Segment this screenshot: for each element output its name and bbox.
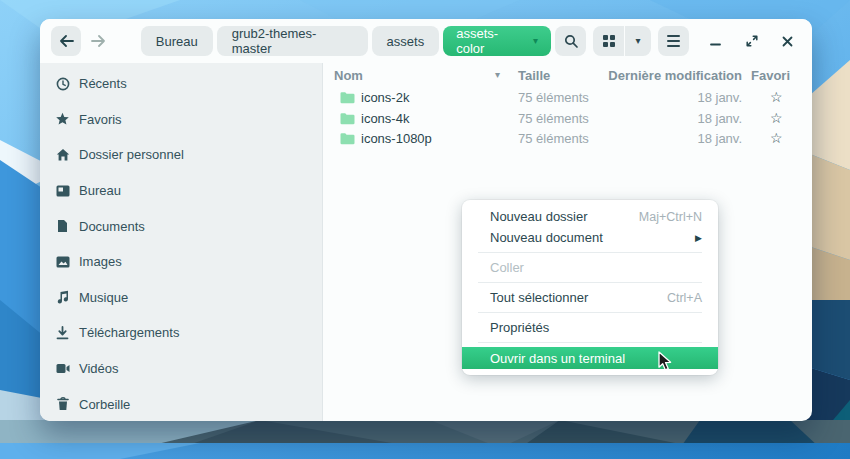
- file-rows: icons-2k 75 éléments 18 janv. ☆ icons-4k…: [323, 88, 812, 150]
- view-options-dropdown-button[interactable]: ▾: [625, 26, 651, 56]
- menu-item-ouvrir-dans-un-terminal[interactable]: Ouvrir dans un terminal: [462, 347, 718, 369]
- file-modified-date: 18 janv.: [697, 90, 742, 105]
- sidebar-item-label: Corbeille: [79, 397, 130, 412]
- menu-separator: [478, 282, 702, 283]
- forward-button[interactable]: [85, 26, 111, 56]
- sidebar-item-label: Dossier personnel: [79, 147, 184, 162]
- table-row-icons-1080p[interactable]: icons-1080p 75 éléments 18 janv. ☆: [323, 129, 812, 150]
- breadcrumb-grub2-themes-master[interactable]: grub2-themes-master: [217, 26, 368, 56]
- sidebar-item-images[interactable]: Images: [40, 244, 322, 280]
- file-size: 75 éléments: [518, 111, 589, 126]
- sidebar-item-dossier-personnel[interactable]: Dossier personnel: [40, 137, 322, 173]
- favorite-star-icon[interactable]: ☆: [770, 89, 783, 105]
- menu-item-coller[interactable]: Coller: [462, 257, 718, 278]
- sidebar-item-label: Musique: [79, 290, 128, 305]
- sidebar-item-label: Téléchargements: [79, 325, 179, 340]
- sidebar-item-musique[interactable]: Musique: [40, 280, 322, 316]
- context-menu: Nouveau dossier Maj+Ctrl+N Nouveau docum…: [462, 200, 718, 375]
- menu-separator: [478, 342, 702, 343]
- maximize-button[interactable]: [738, 26, 765, 56]
- breadcrumb-bureau[interactable]: Bureau: [141, 26, 213, 56]
- table-row-icons-4k[interactable]: icons-4k 75 éléments 18 janv. ☆: [323, 109, 812, 130]
- sidebar-item-label: Bureau: [79, 183, 121, 198]
- clock-icon: [55, 76, 70, 91]
- search-button[interactable]: [555, 26, 586, 56]
- document-icon: [55, 219, 70, 234]
- hamburger-icon: [667, 35, 680, 47]
- menu-item-shortcut: Ctrl+A: [667, 291, 702, 305]
- folder-icon: [340, 132, 355, 148]
- toolbar: Bureau grub2-themes-master assets assets…: [40, 19, 812, 63]
- image-icon: [55, 254, 70, 269]
- menu-button[interactable]: [658, 26, 689, 56]
- sidebar-item-documents[interactable]: Documents: [40, 208, 322, 244]
- menu-item-nouveau-document[interactable]: Nouveau document ▶: [462, 227, 718, 248]
- menu-item-nouveau-dossier[interactable]: Nouveau dossier Maj+Ctrl+N: [462, 206, 718, 227]
- menu-separator: [478, 252, 702, 253]
- sidebar-item-recents[interactable]: Récents: [40, 66, 322, 102]
- chevron-down-icon: ▾: [533, 36, 538, 46]
- sidebar-item-label: Vidéos: [79, 361, 119, 376]
- sort-indicator-icon: ▾: [495, 69, 500, 80]
- table-row-icons-2k[interactable]: icons-2k 75 éléments 18 janv. ☆: [323, 88, 812, 109]
- breadcrumb-current-assets-color[interactable]: assets-color ▾: [443, 26, 551, 56]
- window-controls: [702, 26, 801, 56]
- file-name: icons-4k: [361, 111, 409, 126]
- music-icon: [55, 290, 70, 305]
- toolbar-right-cluster: ▾: [555, 26, 801, 56]
- sidebar: Récents Favoris Dossier personnel: [40, 63, 323, 421]
- close-icon: [782, 36, 793, 47]
- breadcrumb-current-label: assets-color: [456, 26, 524, 56]
- menu-item-label: Nouveau dossier: [490, 209, 588, 224]
- menu-item-label: Propriétés: [490, 320, 549, 335]
- menu-item-label: Nouveau document: [490, 230, 603, 245]
- grid-view-button[interactable]: [593, 26, 624, 56]
- chevron-down-icon: ▾: [635, 36, 640, 46]
- file-size: 75 éléments: [518, 131, 589, 146]
- menu-item-label: Coller: [490, 260, 524, 275]
- minimize-icon: [710, 36, 721, 47]
- sidebar-item-label: Images: [79, 254, 122, 269]
- column-header-name[interactable]: Nom: [334, 68, 363, 83]
- column-header-favorite[interactable]: Favori: [751, 68, 790, 83]
- file-modified-date: 18 janv.: [697, 111, 742, 126]
- sidebar-item-videos[interactable]: Vidéos: [40, 351, 322, 387]
- breadcrumb-assets[interactable]: assets: [372, 26, 440, 56]
- minimize-button[interactable]: [702, 26, 729, 56]
- view-mode-split-button: ▾: [593, 26, 651, 56]
- back-arrow-icon: [59, 35, 74, 47]
- sidebar-item-bureau[interactable]: Bureau: [40, 173, 322, 209]
- sidebar-item-telechargements[interactable]: Téléchargements: [40, 315, 322, 351]
- mouse-cursor: [658, 351, 673, 372]
- sidebar-item-label: Favoris: [79, 112, 122, 127]
- back-button[interactable]: [51, 26, 81, 56]
- folder-icon: [340, 91, 355, 107]
- close-button[interactable]: [774, 26, 801, 56]
- star-icon: [55, 112, 70, 127]
- favorite-star-icon[interactable]: ☆: [770, 110, 783, 126]
- file-name: icons-2k: [361, 90, 409, 105]
- menu-item-label: Tout sélectionner: [490, 290, 588, 305]
- menu-item-tout-selectionner[interactable]: Tout sélectionner Ctrl+A: [462, 287, 718, 308]
- file-name: icons-1080p: [361, 131, 432, 146]
- grid-view-icon: [603, 35, 615, 47]
- menu-item-label: Ouvrir dans un terminal: [490, 351, 625, 366]
- sidebar-item-label: Documents: [79, 219, 145, 234]
- menu-item-proprietes[interactable]: Propriétés: [462, 317, 718, 338]
- column-header-size[interactable]: Taille: [518, 68, 550, 83]
- desktop: Bureau grub2-themes-master assets assets…: [0, 0, 850, 459]
- submenu-arrow-icon: ▶: [695, 233, 702, 243]
- favorite-star-icon[interactable]: ☆: [770, 130, 783, 146]
- sidebar-item-favoris[interactable]: Favoris: [40, 102, 322, 138]
- search-icon: [564, 34, 578, 48]
- menu-separator: [478, 312, 702, 313]
- trash-icon: [55, 397, 70, 412]
- sidebar-item-corbeille[interactable]: Corbeille: [40, 386, 322, 422]
- download-icon: [55, 325, 70, 340]
- column-header-modified[interactable]: Dernière modification: [608, 68, 742, 83]
- forward-arrow-icon: [91, 35, 106, 47]
- video-icon: [55, 361, 70, 376]
- folder-icon: [340, 112, 355, 128]
- restore-icon: [746, 35, 758, 47]
- file-size: 75 éléments: [518, 90, 589, 105]
